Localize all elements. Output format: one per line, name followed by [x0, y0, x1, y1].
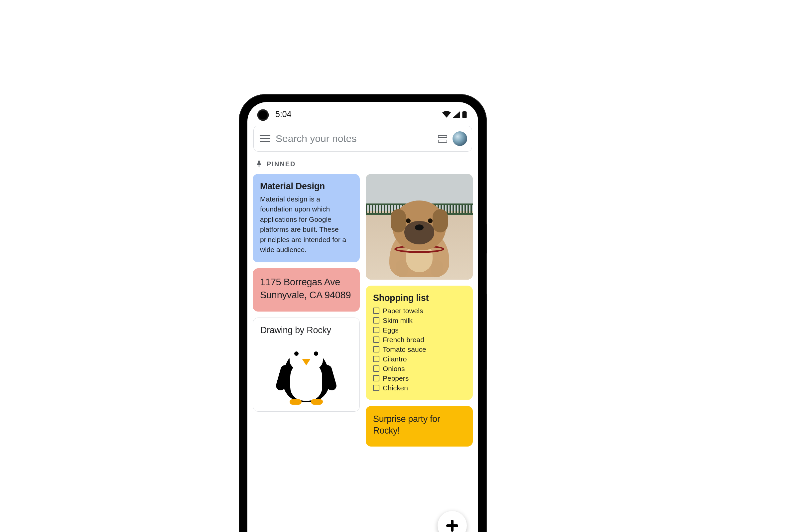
list-item[interactable]: Peppers	[373, 374, 466, 383]
svg-rect-1	[463, 111, 466, 112]
note-title: 1175 Borregas Ave Sunnyvale, CA 94089	[260, 276, 353, 302]
list-item-label: Peppers	[383, 374, 408, 382]
status-time: 5:04	[275, 109, 291, 119]
camera-hole	[258, 109, 269, 121]
drawing-penguin	[260, 338, 352, 404]
phone-frame: 5:04 Search your notes	[239, 94, 487, 532]
note-shopping-list[interactable]: Shopping list Paper towels Skim milk Egg…	[366, 286, 473, 400]
list-item-label: Eggs	[383, 326, 399, 334]
note-drawing[interactable]: Drawing by Rocky	[253, 318, 360, 412]
list-item-label: French bread	[383, 336, 424, 344]
notes-column-right: Shopping list Paper towels Skim milk Egg…	[366, 174, 473, 504]
cellular-icon	[453, 111, 460, 118]
screen: 5:04 Search your notes	[247, 102, 478, 532]
checkbox-icon[interactable]	[373, 365, 379, 372]
view-toggle-icon[interactable]	[438, 135, 447, 142]
note-material-design[interactable]: Material Design Material design is a fou…	[253, 174, 360, 262]
svg-rect-0	[462, 111, 467, 118]
checkbox-icon[interactable]	[373, 327, 379, 333]
list-item-label: Paper towels	[383, 307, 423, 315]
checkbox-icon[interactable]	[373, 337, 379, 343]
checkbox-icon[interactable]	[373, 346, 379, 353]
wifi-icon	[442, 111, 451, 118]
volume-button	[486, 293, 487, 370]
status-icons	[442, 111, 467, 118]
battery-icon	[462, 111, 467, 118]
pin-icon	[256, 160, 262, 168]
note-title: Shopping list	[373, 293, 466, 303]
menu-icon[interactable]	[260, 135, 270, 142]
status-bar: 5:04	[247, 102, 478, 121]
search-bar[interactable]: Search your notes	[253, 126, 472, 152]
note-address[interactable]: 1175 Borregas Ave Sunnyvale, CA 94089	[253, 268, 360, 311]
list-item-label: Onions	[383, 365, 405, 373]
plus-icon	[446, 520, 458, 532]
note-title: Drawing by Rocky	[260, 325, 352, 336]
list-item[interactable]: Eggs	[373, 325, 466, 335]
shopping-checklist: Paper towels Skim milk Eggs French bread…	[373, 306, 466, 393]
list-item[interactable]: Tomato sauce	[373, 344, 466, 354]
note-dog-photo[interactable]	[366, 174, 473, 280]
list-item[interactable]: Chicken	[373, 383, 466, 393]
pinned-label: PINNED	[267, 160, 296, 168]
new-note-fab[interactable]	[438, 511, 467, 532]
note-surprise-party[interactable]: Surprise party for Rocky!	[366, 406, 473, 446]
list-item-label: Cilantro	[383, 355, 407, 363]
note-body: Material design is a foundation upon whi…	[260, 194, 353, 255]
list-item[interactable]: Cilantro	[373, 354, 466, 364]
search-placeholder: Search your notes	[276, 133, 433, 144]
list-item[interactable]: Paper towels	[373, 306, 466, 316]
power-button	[486, 224, 487, 254]
checkbox-icon[interactable]	[373, 385, 379, 391]
notes-grid: Material Design Material design is a fou…	[247, 171, 478, 504]
checkbox-icon[interactable]	[373, 356, 379, 362]
list-item-label: Skim milk	[383, 317, 413, 324]
note-title: Material Design	[260, 181, 353, 191]
checkbox-icon[interactable]	[373, 375, 379, 381]
list-item-label: Chicken	[383, 384, 408, 392]
list-item[interactable]: French bread	[373, 335, 466, 344]
notes-column-left: Material Design Material design is a fou…	[253, 174, 360, 504]
checkbox-icon[interactable]	[373, 307, 379, 314]
dog-photo	[366, 174, 473, 280]
list-item[interactable]: Onions	[373, 364, 466, 374]
list-item[interactable]: Skim milk	[373, 316, 466, 325]
checkbox-icon[interactable]	[373, 317, 379, 324]
avatar[interactable]	[453, 131, 467, 146]
pinned-header: PINNED	[247, 155, 478, 171]
note-title: Surprise party for Rocky!	[373, 413, 466, 437]
list-item-label: Tomato sauce	[383, 345, 426, 354]
